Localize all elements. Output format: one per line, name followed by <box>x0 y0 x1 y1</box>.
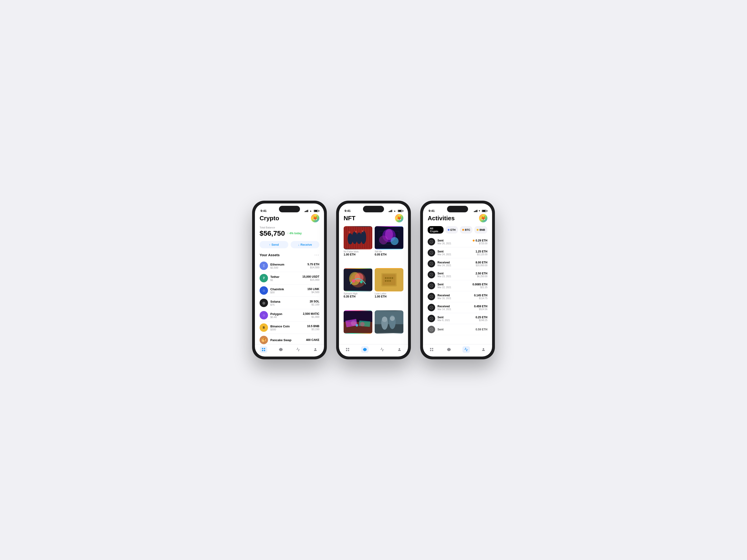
asset-item-bnb[interactable]: B Binance Coin $300 10.5 BNB $3,150 <box>260 322 319 334</box>
balance-label: Total Balance <box>260 226 319 229</box>
assets-title: Your Assets <box>260 253 280 257</box>
activity-item-1[interactable]: Sent Mar 26, 2021 0.29 ETH $725.00 <box>428 236 487 247</box>
svg-point-37 <box>389 280 391 282</box>
nft-card-5[interactable] <box>344 310 372 344</box>
activity-item-3[interactable]: Received Mar 24, 2021 8.00 ETH $20,000.0… <box>428 258 487 269</box>
activity-icon-2 <box>428 249 435 257</box>
bnb-filter-dot <box>477 229 479 231</box>
nft-card-1[interactable]: ✕ ✕ ✕ No False Idols 1.00 ETH <box>344 226 372 266</box>
activity-icon-7 <box>428 304 435 311</box>
svg-point-35 <box>385 280 387 282</box>
chainlink-usd: $4,500 <box>307 291 319 294</box>
nft-price-4: 1.00 ETH <box>375 295 403 298</box>
activity-usd-4: $6,250.00 <box>475 275 487 278</box>
more-options-button[interactable]: ··· <box>314 252 319 257</box>
nft-card-4[interactable]: Love Letter 1.00 ETH <box>375 268 403 308</box>
svg-point-34 <box>391 277 393 279</box>
asset-item-polygon[interactable]: ⬡ Polygon $0.40 2,500 MATIC $1,000 <box>260 309 319 322</box>
cake-values: 400 CAKE <box>306 338 319 342</box>
signal-icon <box>305 210 308 212</box>
nav-crypto-2[interactable] <box>344 346 351 353</box>
activity-item-5[interactable]: Sent Mar 22, 2021 0.0085 ETH $21.25 <box>428 280 487 291</box>
nft-name-2: Still life <box>375 250 403 253</box>
polygon-values: 2,500 MATIC $1,000 <box>303 312 319 318</box>
crypto-header: Crypto 🦊 <box>260 214 319 222</box>
wifi-icon: ▲ <box>310 210 312 212</box>
nav-activity[interactable] <box>294 346 302 353</box>
nft-card-2[interactable]: Still life 0.05 ETH <box>375 226 403 266</box>
cake-info: Pancake Swap <box>270 338 306 342</box>
svg-rect-46 <box>375 324 403 333</box>
eth-info: Ethereum $2,500 <box>270 263 307 269</box>
activity-item-9[interactable]: Sent 0.59 ETH <box>428 324 487 335</box>
tether-name: Tether <box>270 275 302 278</box>
phone-nft: 9:41 ▲ NFT 🦊 <box>336 201 411 359</box>
nav-profile-2[interactable] <box>396 346 403 353</box>
nav-crypto-3[interactable] <box>428 346 435 353</box>
nav-nft-2[interactable] <box>361 346 368 353</box>
nft-img-4 <box>375 268 403 291</box>
nft-img-2 <box>375 226 403 249</box>
nav-activity-2[interactable] <box>379 346 386 353</box>
activity-amount-7: 0.459 ETH <box>474 305 487 308</box>
activity-amount-2: 1.25 ETH <box>475 250 487 253</box>
avatar-3[interactable]: 🦊 <box>479 214 487 222</box>
chainlink-values: 150 LINK $4,500 <box>307 288 319 294</box>
cake-icon: 🥞 <box>260 336 268 344</box>
nav-profile[interactable] <box>312 346 319 353</box>
activity-values-9: 0.59 ETH <box>475 328 487 331</box>
activity-usd-5: $21.25 <box>472 286 487 289</box>
solana-icon: ◎ <box>260 299 268 307</box>
filter-bnb[interactable]: BNB <box>474 226 487 234</box>
activity-item-4[interactable]: Sent Mar 23, 2021 2.50 ETH $6,250.00 <box>428 269 487 280</box>
activity-item-8[interactable]: Sent Mar 8, 2021 0.25 ETH $248.25 <box>428 313 487 324</box>
asset-item-chainlink[interactable]: ⬡ Chainlink $30 150 LINK $4,500 <box>260 285 319 297</box>
activity-values-7: 0.459 ETH $524.56 <box>474 305 487 311</box>
balance-amount: $56,750 <box>260 229 285 237</box>
activity-type-1: Sent <box>437 239 473 242</box>
svg-rect-3 <box>264 350 265 351</box>
nav-nft[interactable] <box>277 346 285 353</box>
asset-item-cake[interactable]: 🥞 Pancake Swap 400 CAKE <box>260 334 319 344</box>
nft-card-6[interactable] <box>375 310 403 344</box>
svg-point-31 <box>385 277 387 279</box>
nav-nft-3[interactable] <box>445 346 453 353</box>
activity-item-7[interactable]: Received Mar 14, 2021 0.459 ETH $524.56 <box>428 302 487 313</box>
battery-icon <box>314 210 318 212</box>
nav-profile-3[interactable] <box>480 346 487 353</box>
chainlink-info: Chainlink $30 <box>270 288 307 294</box>
chainlink-amount: 150 LINK <box>307 288 319 291</box>
polygon-amount: 2,500 MATIC <box>303 312 319 316</box>
asset-item-tether[interactable]: ₮ Tether $1 15,000 USDT $15,000 <box>260 272 319 285</box>
activity-values-3: 8.00 ETH $20,000.00 <box>475 261 487 267</box>
avatar-1[interactable]: 🦊 <box>311 214 319 222</box>
svg-text:✕: ✕ <box>361 230 364 233</box>
dynamic-island <box>279 206 300 212</box>
nav-crypto[interactable] <box>260 346 267 353</box>
filter-btc[interactable]: BTC <box>460 226 473 234</box>
activity-item-2[interactable]: Sent Mar 24, 2021 1.25 ETH $3,125.00 <box>428 247 487 258</box>
receive-button[interactable]: ↓ Receive <box>291 241 319 248</box>
activity-amount-4: 2.50 ETH <box>475 272 487 275</box>
filter-eth[interactable]: ETH <box>445 226 458 234</box>
nav-activity-3[interactable] <box>462 346 470 353</box>
nft-card-3[interactable]: Spinach High 0.35 ETH <box>344 268 372 308</box>
activity-usd-8: $248.25 <box>475 319 487 322</box>
svg-marker-55 <box>363 348 367 351</box>
activity-usd-1: $725.00 <box>473 242 487 245</box>
svg-point-27 <box>360 281 363 283</box>
svg-marker-70 <box>447 348 451 351</box>
activity-item-6[interactable]: Received Mar 16, 2021 0.145 ETH $114.75 <box>428 291 487 302</box>
filter-tabs: All Crypto ETH BTC BNB <box>428 226 487 234</box>
dynamic-island-3 <box>447 206 468 212</box>
bnb-icon: B <box>260 323 268 332</box>
send-button[interactable]: ↑ Send <box>260 241 288 248</box>
tether-amount: 15,000 USDT <box>302 275 319 278</box>
avatar-2[interactable]: 🦊 <box>395 214 403 222</box>
asset-item-eth[interactable]: Ξ Ethereum $2,500 5.75 ETH $14,500 <box>260 260 319 272</box>
svg-rect-66 <box>430 348 431 349</box>
asset-item-solana[interactable]: ◎ Solana $75 28 SOL $2,100 <box>260 297 319 309</box>
filter-all-crypto[interactable]: All Crypto <box>428 226 443 234</box>
activity-icon-4 <box>428 271 435 278</box>
activity-date-8: Mar 8, 2021 <box>437 319 475 322</box>
